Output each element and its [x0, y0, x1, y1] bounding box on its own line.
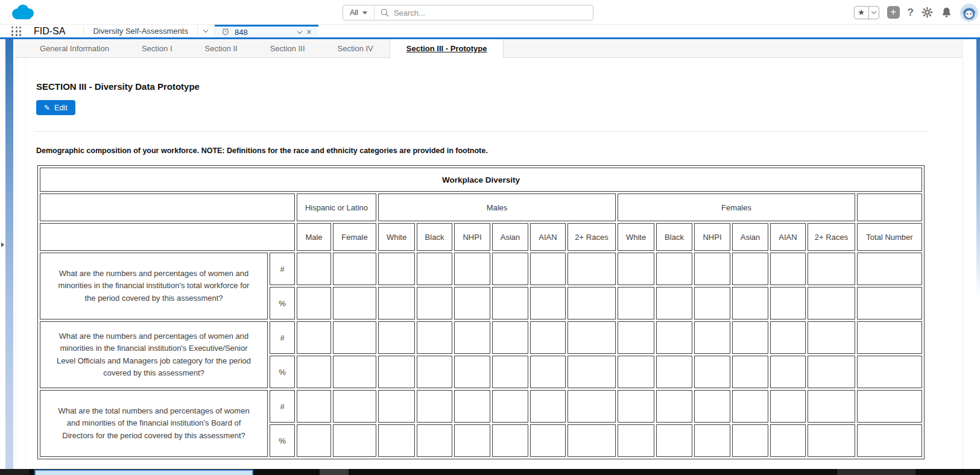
data-cell: [333, 424, 376, 457]
data-cell: [857, 321, 922, 354]
col-header: NHPI: [454, 223, 490, 251]
tab-section-iii[interactable]: Section III: [254, 39, 321, 57]
data-cell: [618, 321, 654, 354]
data-cell: [618, 390, 654, 423]
data-cell: [454, 321, 490, 354]
data-cell: [297, 390, 331, 423]
table-row-q1-count: What are the numbers and percentages of …: [40, 253, 922, 285]
record-clock-icon: [221, 27, 230, 37]
data-cell: [530, 287, 566, 319]
taskbar-search-box[interactable]: [34, 470, 253, 475]
data-cell: [732, 424, 768, 457]
data-cell: [530, 356, 566, 388]
data-cell: [567, 390, 616, 423]
global-actions-icon[interactable]: +: [887, 6, 900, 19]
card-edge-line: [963, 39, 963, 469]
data-cell: [492, 287, 528, 319]
data-cell: [530, 253, 566, 285]
table-instruction-note: Demographic composition of your workforc…: [36, 146, 488, 155]
col-header: White: [618, 223, 654, 251]
data-cell: [567, 253, 616, 285]
os-taskbar: [0, 469, 980, 475]
question-cell: What are the total numbers and percentag…: [40, 390, 268, 457]
search-scope-dropdown[interactable]: All: [343, 5, 375, 20]
edit-button[interactable]: ✎ Edit: [36, 100, 75, 115]
data-cell: [454, 287, 490, 319]
data-cell: [694, 287, 730, 319]
col-header: Asian: [492, 223, 528, 251]
data-cell: [732, 390, 768, 423]
panel-expand-arrow-icon[interactable]: [1, 242, 4, 247]
percent-row-label: %: [270, 424, 295, 457]
data-cell: [694, 390, 730, 423]
column-header-row: Male Female White Black NHPI Asian AIAN …: [40, 223, 922, 251]
data-cell: [656, 321, 692, 354]
data-cell: [857, 253, 922, 285]
tab-diversity-self-assessments[interactable]: Diversity Self-Assessments: [84, 25, 197, 37]
group-hispanic-or-latino: Hispanic or Latino: [297, 193, 376, 221]
data-cell: [732, 287, 768, 319]
setup-gear-icon[interactable]: [922, 7, 933, 18]
tab-section-i[interactable]: Section I: [125, 39, 189, 57]
percent-row-label: %: [270, 356, 295, 388]
search-input[interactable]: [394, 8, 593, 17]
empty-header-cell: [857, 193, 922, 221]
data-cell: [808, 287, 855, 319]
data-cell: [770, 321, 806, 354]
tab-section-ii[interactable]: Section II: [189, 39, 254, 57]
data-cell: [808, 390, 855, 423]
col-header: AIAN: [530, 223, 566, 251]
col-header: White: [378, 223, 415, 251]
left-background-strip: [5, 39, 13, 469]
data-cell: [417, 321, 452, 354]
data-cell: [378, 321, 415, 354]
data-cell: [808, 356, 855, 388]
data-cell: [618, 424, 654, 457]
tab-dropdown-chevron-icon[interactable]: [198, 25, 214, 37]
tab-general-information[interactable]: General Information: [24, 39, 125, 57]
data-cell: [492, 424, 528, 457]
data-cell: [417, 253, 452, 285]
data-cell: [333, 390, 376, 423]
salesforce-cloud-logo-icon: [9, 3, 37, 25]
data-cell: [694, 424, 730, 457]
data-cell: [417, 356, 452, 388]
data-cell: [567, 356, 616, 388]
table-row-q2-count: What are the numbers and percentages of …: [40, 321, 922, 354]
data-cell: [770, 287, 806, 319]
app-launcher-icon[interactable]: [11, 27, 22, 36]
data-cell: [378, 424, 415, 457]
data-cell: [454, 390, 490, 423]
user-avatar[interactable]: [960, 4, 978, 22]
taskbar-start-segment[interactable]: [0, 469, 29, 475]
table-row-q3-count: What are the total numbers and percentag…: [40, 390, 922, 423]
data-cell: [770, 253, 806, 285]
col-header: 2+ Races: [567, 223, 616, 251]
col-header: 2+ Races: [808, 223, 855, 251]
taskbar-app-button[interactable]: [320, 469, 349, 475]
empty-header-cell: [40, 193, 295, 221]
help-icon[interactable]: ?: [908, 7, 914, 19]
favorites-star-icon[interactable]: ★: [855, 7, 868, 19]
data-cell: [857, 390, 922, 423]
data-cell: [378, 253, 415, 285]
data-cell: [567, 424, 616, 457]
record-tab-chevron-icon[interactable]: [297, 28, 302, 33]
scope-caret-icon: [362, 11, 367, 14]
data-cell: [417, 390, 452, 423]
data-cell: [694, 321, 730, 354]
global-header: All ★ + ?: [0, 0, 980, 25]
data-cell: [694, 253, 730, 285]
favorites-dropdown-icon[interactable]: [868, 7, 879, 19]
data-cell: [808, 321, 855, 354]
tab-section-iii-prototype[interactable]: Section III - Prototype: [390, 39, 504, 58]
tab-section-iv[interactable]: Section IV: [321, 39, 390, 57]
record-tab-close-icon[interactable]: ✕: [306, 28, 312, 36]
tab-record-848[interactable]: 848 ✕: [215, 25, 318, 37]
data-cell: [454, 356, 490, 388]
data-cell: [618, 253, 654, 285]
data-cell: [333, 287, 376, 319]
notifications-bell-icon[interactable]: [941, 7, 952, 18]
record-tab-label: 848: [235, 28, 248, 37]
data-cell: [297, 321, 331, 354]
